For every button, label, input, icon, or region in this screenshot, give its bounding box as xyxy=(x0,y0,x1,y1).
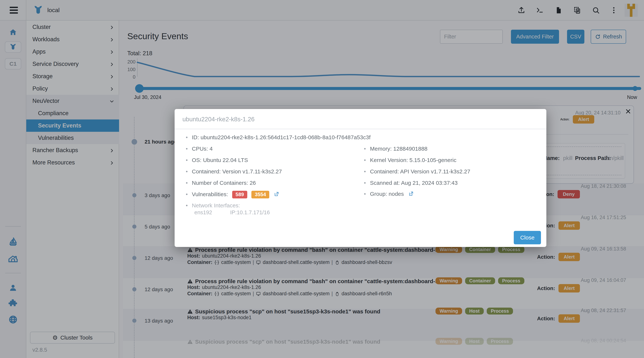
host-details-modal: ubuntu2204-rke2-k8s-1.26 •ID: ubuntu2204… xyxy=(174,109,546,247)
host-containerd-api-text: Containerd: API Version v1.7.11-k3s2.27 xyxy=(370,168,470,174)
group-label: Group: nodes xyxy=(370,191,404,197)
modal-title: ubuntu2204-rke2-k8s-1.26 xyxy=(182,116,254,123)
bullet-dot: • xyxy=(186,146,188,152)
open-external-icon[interactable] xyxy=(271,191,279,197)
host-containerd-api-item: •Containerd: API Version v1.7.11-k3s2.27 xyxy=(364,168,470,175)
host-containers-text: Number of Containers: 26 xyxy=(192,180,256,186)
bullet-dot: • xyxy=(186,191,188,197)
bullet-dot: • xyxy=(364,168,366,174)
host-memory-text: Memory: 12884901888 xyxy=(370,146,428,152)
host-scanned-text: Scanned at: Aug 21, 2024 03:37:43 xyxy=(370,180,458,186)
host-containers-item: •Number of Containers: 26 xyxy=(186,180,256,186)
vuln-medium-badge: 3554 xyxy=(252,191,269,199)
host-kernel-text: Kernel Version: 5.15.0-105-generic xyxy=(370,157,456,163)
network-iface-ip: IP:10.1.7.171/16 xyxy=(230,210,270,216)
bullet-dot: • xyxy=(186,168,188,174)
host-cpus-item: •CPUs: 4 xyxy=(186,146,212,152)
host-cpus-text: CPUs: 4 xyxy=(192,146,213,152)
host-vulnerabilities-item: •Vulnerabilities: 589 3554 xyxy=(186,191,279,199)
modal-divider xyxy=(174,129,546,129)
bullet-dot: • xyxy=(364,191,366,197)
host-scanned-item: •Scanned at: Aug 21, 2024 03:37:43 xyxy=(364,180,458,186)
host-id-text: ID: ubuntu2204-rke2-k8s-1.26:564d1c17-1c… xyxy=(192,134,371,140)
network-interfaces-item: •Network Interfaces: xyxy=(186,202,240,209)
bullet-dot: • xyxy=(186,134,188,140)
host-containerd-text: Containerd: Version v1.7.11-k3s2.27 xyxy=(192,168,282,174)
host-kernel-item: •Kernel Version: 5.15.0-105-generic xyxy=(364,157,456,163)
close-button[interactable]: Close xyxy=(514,231,541,244)
host-group-item: •Group: nodes xyxy=(364,191,414,197)
host-os-item: •OS: Ubuntu 22.04 LTS xyxy=(186,157,248,163)
vulnerabilities-label: Vulnerabilities: xyxy=(192,191,228,197)
bullet-dot: • xyxy=(186,202,188,209)
host-os-text: OS: Ubuntu 22.04 LTS xyxy=(192,157,248,163)
open-external-icon[interactable] xyxy=(406,191,414,197)
bullet-dot: • xyxy=(186,180,188,186)
bullet-dot: • xyxy=(364,180,366,186)
network-interfaces-label: Network Interfaces: xyxy=(192,202,240,209)
bullet-dot: • xyxy=(364,146,366,152)
host-id-item: •ID: ubuntu2204-rke2-k8s-1.26:564d1c17-1… xyxy=(186,134,371,140)
network-iface-name: ens192 xyxy=(194,210,212,216)
rancher-app: local xyxy=(0,0,644,358)
bullet-dot: • xyxy=(364,157,366,163)
host-memory-item: •Memory: 12884901888 xyxy=(364,146,428,152)
host-containerd-item: •Containerd: Version v1.7.11-k3s2.27 xyxy=(186,168,282,175)
vuln-high-badge: 589 xyxy=(232,191,247,199)
bullet-dot: • xyxy=(186,157,188,163)
